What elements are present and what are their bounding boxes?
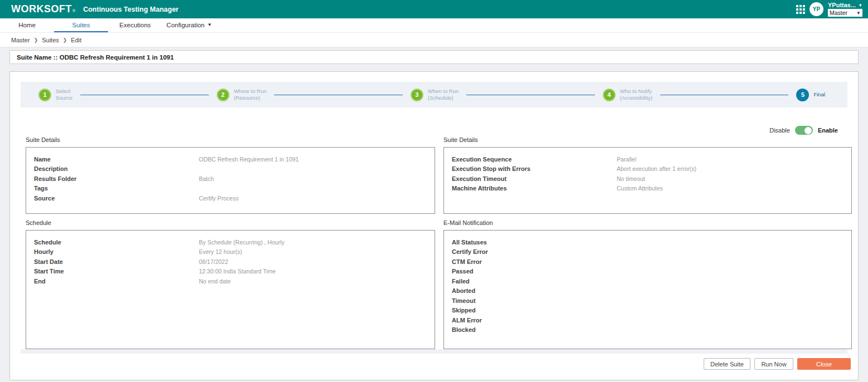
registered-mark-icon: ® [72,9,75,13]
schedule-section: Schedule Schedule By Schedule (Recurring… [26,219,435,349]
detail-row-execution-stop: Execution Stop with Errors Abort executi… [444,164,851,174]
step-where-to-run[interactable]: 2 Where to Run (Resource) [217,88,267,101]
toggle-knob [804,127,812,134]
step-who-to-notify[interactable]: 4 Who to Notify (Accessibility) [603,88,652,101]
email-notification-box: All Statuses Certify Error CTM Error Pas… [443,230,852,349]
configuration-dropdown-caret-icon: ▼ [207,22,212,27]
suite-details-left-title: Suite Details [26,136,435,145]
detail-row-results-folder: Results Folder Batch [26,174,435,184]
detail-row-end: End No end date [26,276,435,286]
suite-name-text: Suite Name :: ODBC Refresh Requirement 1… [17,54,174,61]
email-status-aborted: Aborted [444,286,851,296]
step-5-circle: 5 [796,89,809,101]
detail-row-name: Name ODBC Refresh Requirement 1 in 1091 [26,154,435,164]
suite-details-right-box: Execution Sequence Parallel Execution St… [443,147,852,214]
email-status-ctm-error: CTM Error [444,257,851,267]
breadcrumb-separator-icon: ❯ [63,37,67,43]
app-title: Continuous Testing Manager [83,6,178,13]
enable-toggle-row: Disable Enable [23,107,845,136]
worksoft-logo: WORKSOFT ® [11,3,75,15]
step-connector [660,95,789,95]
email-status-blocked: Blocked [444,325,851,335]
step-when-to-run[interactable]: 3 When to Run (Schedule) [411,88,459,101]
tenant-select-chevron-icon: ▼ [856,11,861,16]
email-status-passed: Passed [444,267,851,277]
step-3-circle: 3 [411,89,423,101]
step-connector [80,95,209,95]
tenant-selected-value: Master [830,9,847,16]
detail-row-tags: Tags [26,184,435,194]
email-status-alm-error: ALM Error [444,315,851,325]
breadcrumb-master[interactable]: Master [11,37,30,43]
email-notification-title: E-Mail Notification [443,219,852,228]
wizard-body: Disable Enable Suite Details Name ODBC R… [21,107,847,349]
close-button[interactable]: Close [797,358,851,370]
wizard-stepper: 1 Select Source 2 Where to Run (Resource… [21,82,847,107]
breadcrumb: Master ❯ Suites ❯ Edit [0,32,868,47]
detail-row-execution-timeout: Execution Timeout No timeout [444,174,851,184]
email-status-skipped: Skipped [444,306,851,316]
disable-label: Disable [769,127,790,134]
email-status-certify-error: Certify Error [444,247,851,257]
breadcrumb-edit[interactable]: Edit [71,37,81,43]
detail-row-machine-attributes: Machine Attributes Custom Attributes [444,184,851,194]
email-status-all-statuses: All Statuses [444,237,851,247]
tenant-select[interactable]: Master ▼ [828,9,862,17]
tab-executions[interactable]: Executions [108,18,162,32]
suite-details-right-section: Suite Details Execution Sequence Paralle… [443,136,852,219]
main-nav: Home Suites Executions Configuration ▼ [0,18,868,32]
suite-details-left-section: Suite Details Name ODBC Refresh Requirem… [26,136,435,219]
footer-actions: Delete Suite Run Now Close [704,358,851,370]
tab-suites[interactable]: Suites [54,18,108,32]
suite-edit-panel: 1 Select Source 2 Where to Run (Resource… [9,71,859,380]
suite-name-bar: Suite Name :: ODBC Refresh Requirement 1… [9,50,859,64]
suite-details-left-box: Name ODBC Refresh Requirement 1 in 1091 … [26,147,435,214]
detail-row-source: Source Certify Process [26,193,435,203]
breadcrumb-separator-icon: ❯ [34,37,38,43]
detail-row-start-date: Start Date 08/17/2022 [26,257,435,267]
detail-row-execution-sequence: Execution Sequence Parallel [444,154,851,164]
summary-panels: Suite Details Name ODBC Refresh Requirem… [23,136,845,349]
breadcrumb-suites[interactable]: Suites [42,37,59,43]
step-2-circle: 2 [217,89,230,101]
email-status-timeout: Timeout [444,296,851,306]
user-menu-caret-icon: ▾ [859,3,861,8]
step-1-circle: 1 [38,89,51,101]
app-launcher-grid-icon[interactable] [796,5,805,14]
run-now-button[interactable]: Run Now [754,358,793,370]
wizard-area: 1 Select Source 2 Where to Run (Resource… [21,82,847,354]
suite-details-right-title: Suite Details [443,136,852,145]
delete-suite-button[interactable]: Delete Suite [704,358,750,370]
email-status-failed: Failed [444,276,851,286]
detail-row-start-time: Start Time 12:30:00 India Standard Time [26,267,435,277]
step-connector [274,95,403,95]
detail-row-description: Description [26,164,435,174]
email-notification-section: E-Mail Notification All Statuses Certify… [443,219,852,349]
tab-configuration[interactable]: Configuration ▼ [162,18,216,32]
step-connector [466,95,595,95]
logo-text: WORKSOFT [11,3,72,15]
step-4-circle: 4 [603,89,616,101]
enable-label: Enable [818,127,838,134]
schedule-box: Schedule By Schedule (Recurring) , Hourl… [26,230,435,349]
app-header: WORKSOFT ® Continuous Testing Manager YP… [0,0,868,18]
detail-row-hourly: Hourly Every 12 hour(s) [26,247,435,257]
enable-toggle[interactable] [795,126,813,135]
detail-row-schedule: Schedule By Schedule (Recurring) , Hourl… [26,237,435,247]
user-avatar[interactable]: YP [810,2,823,16]
user-menu[interactable]: YPuttas... ▾ [828,2,862,8]
user-name: YPuttas... [828,2,856,8]
step-select-source[interactable]: 1 Select Source [38,88,72,101]
step-final[interactable]: 5 Final [796,89,825,101]
schedule-title: Schedule [26,219,435,228]
tab-home[interactable]: Home [0,18,54,32]
